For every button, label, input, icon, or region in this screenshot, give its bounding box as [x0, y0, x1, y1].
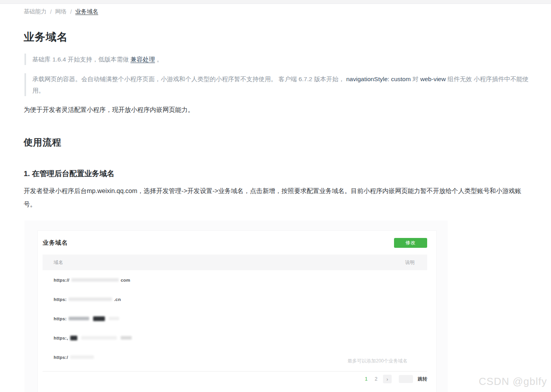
redacted-text: [69, 317, 89, 320]
step1-title: 1. 在管理后台配置业务域名: [24, 169, 114, 179]
url-prefix: https:/: [54, 355, 68, 360]
redacted-text: [121, 336, 132, 340]
domain-url: https:/: [54, 355, 96, 360]
url-prefix: https:,: [54, 336, 68, 340]
breadcrumb-item-current: 业务域名: [75, 8, 98, 15]
quote1-text: 基础库 1.6.4 开始支持，低版本需做: [32, 56, 131, 63]
compatibility-note-quote: 基础库 1.6.4 开始支持，低版本需做 兼容处理 。: [24, 54, 529, 65]
redacted-text: [81, 336, 117, 340]
modify-button: 修改: [394, 238, 427, 248]
table-row: https:,: [43, 328, 427, 347]
table-row: https:: [43, 309, 427, 328]
url-suffix: .cn: [114, 297, 121, 302]
top-strip: [0, 0, 551, 4]
redacted-text: [70, 355, 94, 359]
doc-page: 基础能力 / 网络 / 业务域名 业务域名 基础库 1.6.4 开始支持，低版本…: [0, 0, 551, 392]
breadcrumb-separator: /: [70, 9, 72, 15]
intro-paragraph: 为便于开发者灵活配置小程序，现开放小程序内嵌网页能力。: [24, 106, 536, 114]
redacted-text: [109, 317, 119, 320]
panel-title: 业务域名: [43, 239, 68, 247]
domain-url: https:: [54, 316, 121, 321]
quote2-text-1: 承载网页的容器。会自动铺满整个小程序页面，小游戏和个人类型的小程序暂不支持使用。…: [32, 76, 346, 82]
domain-url: https: .cn: [54, 297, 121, 302]
url-prefix: https:: [54, 297, 67, 302]
breadcrumb-item-network[interactable]: 网络: [55, 8, 67, 15]
column-header-description: 说明: [405, 259, 415, 266]
webview-description-quote: 承载网页的容器。会自动铺满整个小程序页面，小游戏和个人类型的小程序暂不支持使用。…: [24, 73, 531, 96]
column-header-domain: 域名: [43, 259, 63, 266]
jump-button: 跳转: [418, 376, 427, 383]
page-1-button: 1: [363, 376, 369, 382]
compatibility-link[interactable]: 兼容处理: [131, 56, 155, 63]
url-prefix: https:: [54, 316, 67, 321]
url-prefix: https://: [54, 278, 69, 282]
breadcrumb-item-base-ability[interactable]: 基础能力: [24, 8, 47, 15]
redacted-text: [69, 297, 112, 301]
breadcrumb-separator: /: [50, 9, 52, 15]
business-domain-panel: 业务域名 修改 域名 说明 https:// com https:: [37, 230, 437, 392]
admin-console-screenshot-image: 业务域名 修改 域名 说明 https:// com https:: [24, 221, 448, 392]
table-header-row: 域名 说明: [43, 255, 427, 270]
domain-table-body: https:// com https: .cn https:: [43, 270, 427, 367]
domain-url: https:// com: [54, 278, 130, 282]
table-row: https: .cn: [43, 290, 427, 309]
quote2-text-2: 对: [411, 76, 420, 82]
next-page-icon: ›: [383, 375, 392, 383]
page-title: 业务域名: [24, 30, 68, 44]
page-2-button: 2: [373, 376, 379, 382]
csdn-watermark: CSDN @gblfy: [479, 375, 547, 388]
pagination: 1 2 › 跳转: [43, 372, 427, 386]
redacted-text: [71, 278, 119, 282]
navigation-style-code: navigationStyle: custom: [346, 76, 411, 82]
domain-url: https:,: [54, 336, 134, 340]
redacted-text: [70, 336, 77, 340]
url-suffix: com: [121, 278, 130, 282]
web-view-code: web-view: [420, 76, 446, 82]
redacted-text: [93, 316, 105, 321]
breadcrumb: 基础能力 / 网络 / 业务域名: [24, 8, 98, 15]
panel-header: 业务域名 修改: [38, 231, 436, 255]
max-domains-note: 最多可以添加200个业务域名: [347, 358, 407, 364]
table-row: https:// com: [43, 270, 427, 290]
page-jump-input: [399, 375, 413, 383]
step1-body: 开发者登录小程序后台mp.weixin.qq.com，选择开发管理->开发设置-…: [24, 184, 533, 211]
quote1-text-after: 。: [155, 56, 163, 63]
section-title-usage-flow: 使用流程: [24, 136, 62, 149]
